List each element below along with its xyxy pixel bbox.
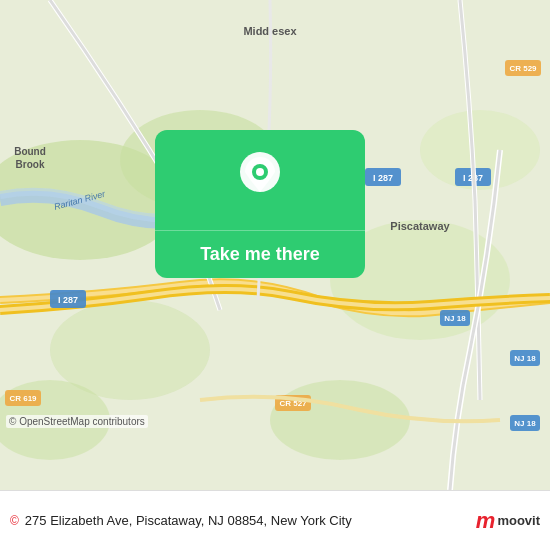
footer-bar: © 275 Elizabeth Ave, Piscataway, NJ 0885… [0, 490, 550, 550]
moovit-logo: m moovit [476, 508, 540, 534]
svg-text:I 287: I 287 [58, 295, 78, 305]
svg-point-33 [256, 168, 264, 176]
svg-text:I 287: I 287 [373, 173, 393, 183]
copyright-text: © OpenStreetMap contributors [6, 415, 148, 428]
moovit-m-icon: m [476, 508, 496, 534]
svg-text:NJ 18: NJ 18 [444, 314, 466, 323]
moovit-brand-text: moovit [497, 513, 540, 528]
take-me-there-button[interactable]: Take me there [155, 230, 365, 278]
svg-text:Brook: Brook [16, 159, 45, 170]
address-text: 275 Elizabeth Ave, Piscataway, NJ 08854,… [25, 513, 470, 528]
location-pin-icon [235, 150, 285, 210]
svg-point-5 [270, 380, 410, 460]
svg-text:CR 529: CR 529 [509, 64, 537, 73]
svg-text:NJ 18: NJ 18 [514, 354, 536, 363]
map-pin-area [155, 130, 365, 230]
svg-text:Piscataway: Piscataway [390, 220, 450, 232]
svg-text:CR 619: CR 619 [9, 394, 37, 403]
map-view: I 287 I 287 NJ 18 NJ 18 NJ 18 CR 619 CR … [0, 0, 550, 490]
copyright-symbol: © [10, 514, 19, 528]
svg-text:Bound: Bound [14, 146, 46, 157]
cta-wrapper: Take me there [155, 130, 365, 278]
svg-text:NJ 18: NJ 18 [514, 419, 536, 428]
